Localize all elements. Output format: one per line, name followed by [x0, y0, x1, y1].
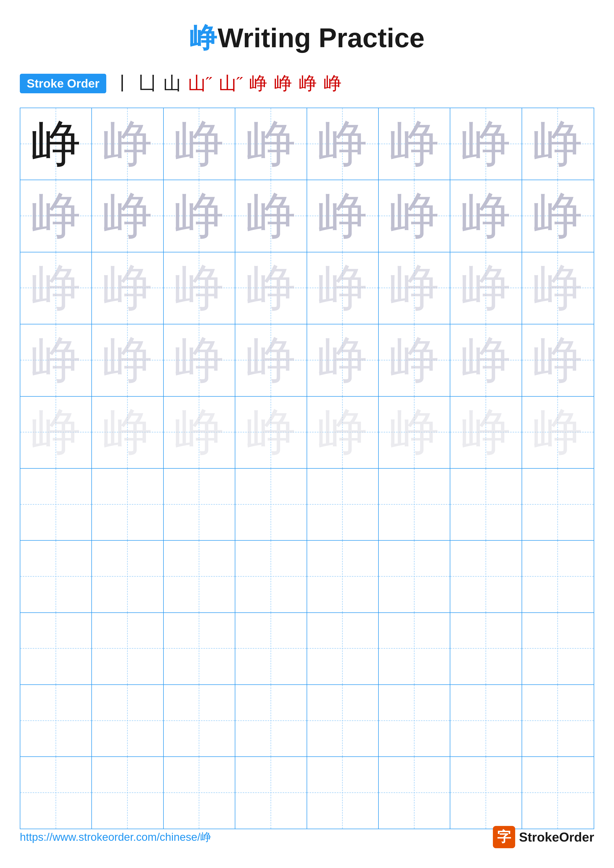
grid-cell: 峥 [235, 180, 307, 252]
grid-cell[interactable] [164, 685, 235, 756]
grid-cell: 峥 [522, 180, 594, 252]
grid-cell[interactable] [307, 757, 379, 828]
grid-cell: 峥 [92, 108, 163, 180]
grid-cell[interactable] [379, 541, 450, 612]
grid-cell: 峥 [522, 253, 594, 324]
practice-grid: 峥 峥 峥 峥 峥 峥 峥 峥 峥 峥 峥 [20, 108, 594, 829]
page-title: 峥 Writing Practice [0, 0, 614, 57]
grid-cell[interactable] [164, 757, 235, 828]
grid-cell[interactable] [379, 469, 450, 540]
grid-cell[interactable] [522, 685, 594, 756]
grid-row-10 [20, 757, 594, 828]
grid-cell[interactable] [307, 469, 379, 540]
stroke-order-badge: Stroke Order [20, 74, 106, 93]
grid-cell[interactable] [379, 757, 450, 828]
stroke-step-2: 凵 [138, 71, 156, 95]
grid-cell[interactable] [20, 757, 92, 828]
grid-cell: 峥 [20, 324, 92, 396]
grid-cell[interactable] [450, 469, 522, 540]
footer-url: https://www.strokeorder.com/chinese/峥 [20, 830, 211, 845]
grid-cell: 峥 [92, 253, 163, 324]
grid-cell: 峥 [379, 397, 450, 468]
grid-cell[interactable] [92, 685, 163, 756]
grid-cell[interactable] [92, 541, 163, 612]
grid-cell: 峥 [92, 180, 163, 252]
grid-cell: 峥 [450, 397, 522, 468]
grid-cell: 峥 [20, 108, 92, 180]
title-text: Writing Practice [218, 23, 424, 53]
grid-cell: 峥 [235, 397, 307, 468]
grid-cell[interactable] [450, 541, 522, 612]
grid-cell[interactable] [235, 685, 307, 756]
stroke-step-3: 山 [163, 71, 181, 95]
footer-brand: 字 StrokeOrder [493, 826, 594, 848]
grid-cell[interactable] [20, 613, 92, 684]
grid-cell[interactable] [20, 541, 92, 612]
grid-row-2: 峥 峥 峥 峥 峥 峥 峥 峥 [20, 180, 594, 252]
grid-cell[interactable] [307, 541, 379, 612]
grid-cell: 峥 [307, 180, 379, 252]
grid-row-3: 峥 峥 峥 峥 峥 峥 峥 峥 [20, 253, 594, 324]
grid-cell[interactable] [164, 613, 235, 684]
grid-cell[interactable] [522, 541, 594, 612]
grid-cell: 峥 [522, 324, 594, 396]
grid-row-9 [20, 685, 594, 757]
stroke-step-8: 峥 [299, 71, 317, 95]
grid-cell[interactable] [450, 613, 522, 684]
grid-cell[interactable] [92, 469, 163, 540]
grid-cell: 峥 [20, 397, 92, 468]
grid-cell: 峥 [307, 324, 379, 396]
grid-cell: 峥 [522, 108, 594, 180]
grid-row-6 [20, 469, 594, 541]
grid-cell[interactable] [235, 757, 307, 828]
grid-cell: 峥 [450, 108, 522, 180]
grid-row-7 [20, 541, 594, 613]
grid-cell: 峥 [20, 180, 92, 252]
grid-cell[interactable] [522, 613, 594, 684]
grid-cell: 峥 [164, 180, 235, 252]
grid-cell[interactable] [379, 685, 450, 756]
stroke-step-5: 山˝ [219, 71, 242, 95]
grid-cell[interactable] [450, 757, 522, 828]
grid-cell: 峥 [92, 324, 163, 396]
grid-cell[interactable] [235, 469, 307, 540]
grid-cell: 峥 [235, 253, 307, 324]
grid-cell: 峥 [164, 253, 235, 324]
grid-row-8 [20, 613, 594, 685]
grid-cell[interactable] [20, 685, 92, 756]
grid-cell: 峥 [450, 324, 522, 396]
grid-cell: 峥 [379, 108, 450, 180]
grid-cell[interactable] [450, 685, 522, 756]
grid-cell[interactable] [379, 613, 450, 684]
grid-cell[interactable] [235, 541, 307, 612]
grid-cell[interactable] [164, 469, 235, 540]
grid-cell: 峥 [307, 253, 379, 324]
grid-cell[interactable] [164, 541, 235, 612]
grid-cell: 峥 [235, 108, 307, 180]
grid-cell[interactable] [307, 685, 379, 756]
grid-cell: 峥 [235, 324, 307, 396]
grid-row-1: 峥 峥 峥 峥 峥 峥 峥 峥 [20, 108, 594, 180]
grid-row-4: 峥 峥 峥 峥 峥 峥 峥 峥 [20, 324, 594, 397]
grid-cell[interactable] [92, 613, 163, 684]
grid-cell: 峥 [307, 397, 379, 468]
grid-cell[interactable] [92, 757, 163, 828]
grid-cell: 峥 [450, 253, 522, 324]
grid-cell[interactable] [235, 613, 307, 684]
grid-cell[interactable] [522, 757, 594, 828]
brand-name: StrokeOrder [519, 830, 594, 845]
grid-cell[interactable] [307, 613, 379, 684]
grid-cell: 峥 [164, 324, 235, 396]
grid-cell[interactable] [20, 469, 92, 540]
stroke-order-row: Stroke Order 丨 凵 山 山˝ 山˝ 峥 峥 峥 峥 [20, 71, 594, 95]
grid-cell: 峥 [92, 397, 163, 468]
grid-cell[interactable] [522, 469, 594, 540]
grid-row-5: 峥 峥 峥 峥 峥 峥 峥 峥 [20, 397, 594, 469]
grid-cell: 峥 [379, 324, 450, 396]
grid-cell: 峥 [164, 397, 235, 468]
stroke-step-6: 峥 [249, 71, 267, 95]
grid-cell: 峥 [164, 108, 235, 180]
grid-cell: 峥 [20, 253, 92, 324]
grid-cell: 峥 [379, 253, 450, 324]
stroke-step-1: 丨 [114, 71, 132, 95]
